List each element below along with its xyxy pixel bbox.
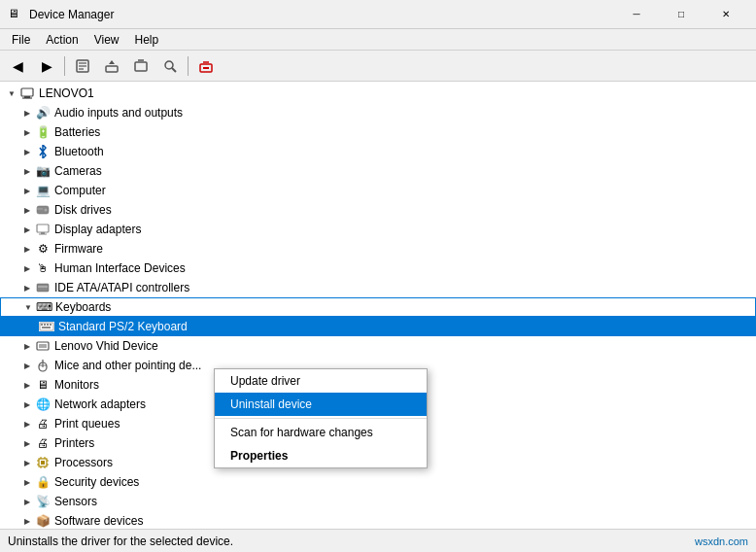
svg-point-17 <box>45 209 48 212</box>
print-queues-expand-icon: ▶ <box>19 416 35 431</box>
tree-item-bluetooth[interactable]: ▶ Bluetooth <box>0 142 756 161</box>
disk-label: Disk drives <box>54 203 112 217</box>
network-label: Network adapters <box>54 397 146 411</box>
tree-item-security[interactable]: ▶ 🔒 Security devices <box>0 472 756 492</box>
ide-label: IDE ATA/ATAPI controllers <box>54 281 189 294</box>
firmware-icon: ⚙ <box>35 241 51 257</box>
lenovo-label: Lenovo Vhid Device <box>54 339 158 353</box>
tree-item-firmware[interactable]: ▶ ⚙ Firmware <box>0 239 756 259</box>
menu-help[interactable]: Help <box>127 31 167 49</box>
tree-item-batteries[interactable]: ▶ 🔋 Batteries <box>0 122 756 142</box>
print-queues-label: Print queues <box>54 417 120 431</box>
printers-expand-icon: ▶ <box>19 435 35 451</box>
disk-icon <box>35 202 51 218</box>
display-icon <box>35 222 51 237</box>
printers-label: Printers <box>54 436 94 450</box>
computer-icon: 💻 <box>35 183 51 198</box>
tree-item-disk[interactable]: ▶ Disk drives <box>0 200 756 220</box>
svg-rect-4 <box>106 66 118 72</box>
lenovo-icon <box>35 338 51 354</box>
tree-item-audio[interactable]: ▶ 🔊 Audio inputs and outputs <box>0 103 756 122</box>
processors-label: Processors <box>54 456 113 469</box>
menu-file[interactable]: File <box>4 31 38 49</box>
ide-expand-icon: ▶ <box>19 280 35 295</box>
minimize-button[interactable]: ─ <box>614 0 659 29</box>
menu-view[interactable]: View <box>86 31 127 49</box>
context-uninstall-device[interactable]: Uninstall device <box>215 393 427 416</box>
security-label: Security devices <box>54 475 139 489</box>
print-queues-icon: 🖨 <box>35 416 51 431</box>
hid-expand-icon: ▶ <box>19 260 35 276</box>
mice-icon <box>35 358 51 373</box>
tree-item-ps2-keyboard[interactable]: Standard PS/2 Keyboard <box>0 317 756 336</box>
device-tree[interactable]: ▼ LENOVO1 ▶ 🔊 Audio inputs and outputs ▶… <box>0 82 756 529</box>
tree-item-display[interactable]: ▶ Display adapters <box>0 220 756 239</box>
bluetooth-label: Bluetooth <box>54 145 104 158</box>
tree-item-ide[interactable]: ▶ IDE ATA/ATAPI controllers <box>0 278 756 297</box>
svg-rect-19 <box>37 224 49 232</box>
toolbar-properties[interactable] <box>69 53 96 79</box>
context-properties[interactable]: Properties <box>215 444 427 467</box>
firmware-expand-icon: ▶ <box>19 241 35 257</box>
toolbar-forward[interactable]: ▶ <box>33 53 60 79</box>
firmware-label: Firmware <box>54 242 103 256</box>
toolbar: ◀ ▶ <box>0 51 756 82</box>
tree-item-hid[interactable]: ▶ 🖱 Human Interface Devices <box>0 259 756 278</box>
context-update-driver[interactable]: Update driver <box>215 369 427 393</box>
toolbar-uninstall[interactable] <box>127 53 155 79</box>
tree-item-cameras[interactable]: ▶ 📷 Cameras <box>0 161 756 181</box>
tree-item-lenovo[interactable]: ▶ Lenovo Vhid Device <box>0 336 756 356</box>
context-scan-hardware[interactable]: Scan for hardware changes <box>215 421 427 444</box>
toolbar-update-driver[interactable] <box>98 53 125 79</box>
sensors-icon: 📡 <box>35 494 51 509</box>
security-expand-icon: ▶ <box>19 474 35 490</box>
ps2-keyboard-icon <box>39 319 54 334</box>
monitors-expand-icon: ▶ <box>19 377 35 393</box>
svg-rect-32 <box>39 344 47 348</box>
maximize-button[interactable]: □ <box>659 0 704 29</box>
keyboards-label: Keyboards <box>55 300 111 314</box>
display-label: Display adapters <box>54 223 141 236</box>
ps2-keyboard-label: Standard PS/2 Keyboard <box>58 320 188 333</box>
close-button[interactable]: ✕ <box>704 0 748 29</box>
software-icon: 📦 <box>35 513 51 529</box>
svg-point-8 <box>165 61 173 69</box>
toolbar-separator-2 <box>188 56 189 76</box>
computer-label: Computer <box>54 184 106 197</box>
svg-rect-6 <box>135 62 147 71</box>
ide-icon <box>35 280 51 295</box>
tree-item-computer[interactable]: ▶ 💻 Computer <box>0 181 756 200</box>
tree-root[interactable]: ▼ LENOVO1 <box>0 84 756 103</box>
menu-bar: File Action View Help <box>0 29 756 51</box>
context-menu-separator <box>215 418 427 419</box>
svg-marker-5 <box>109 60 115 64</box>
svg-rect-27 <box>44 324 46 326</box>
disk-expand-icon: ▶ <box>19 202 35 218</box>
tree-item-keyboards[interactable]: ▼ ⌨ Keyboards <box>0 297 756 317</box>
computer-expand-icon: ▶ <box>19 183 35 198</box>
batteries-expand-icon: ▶ <box>19 124 35 140</box>
tree-item-software[interactable]: ▶ 📦 Software devices <box>0 511 756 529</box>
lenovo-expand-icon: ▶ <box>19 338 35 354</box>
keyboards-expand-icon: ▼ <box>20 299 36 315</box>
toolbar-scan[interactable] <box>156 53 184 79</box>
svg-line-9 <box>172 68 176 72</box>
mice-expand-icon: ▶ <box>19 358 35 373</box>
printers-icon: 🖨 <box>35 435 51 451</box>
svg-rect-26 <box>41 324 43 326</box>
processors-expand-icon: ▶ <box>19 455 35 470</box>
display-expand-icon: ▶ <box>19 222 35 237</box>
toolbar-remove[interactable] <box>192 53 220 79</box>
tree-item-sensors[interactable]: ▶ 📡 Sensors <box>0 492 756 511</box>
hid-icon: 🖱 <box>35 260 51 276</box>
title-bar-text: Device Manager <box>29 8 614 21</box>
root-computer-icon <box>19 86 35 101</box>
toolbar-separator-1 <box>64 56 65 76</box>
mice-label: Mice and other pointing de... <box>54 359 201 372</box>
context-menu: Update driver Uninstall device Scan for … <box>214 368 428 468</box>
audio-icon: 🔊 <box>35 105 51 121</box>
cameras-label: Cameras <box>54 164 102 178</box>
menu-action[interactable]: Action <box>38 31 86 49</box>
toolbar-back[interactable]: ◀ <box>4 53 31 79</box>
hid-label: Human Interface Devices <box>54 261 186 275</box>
